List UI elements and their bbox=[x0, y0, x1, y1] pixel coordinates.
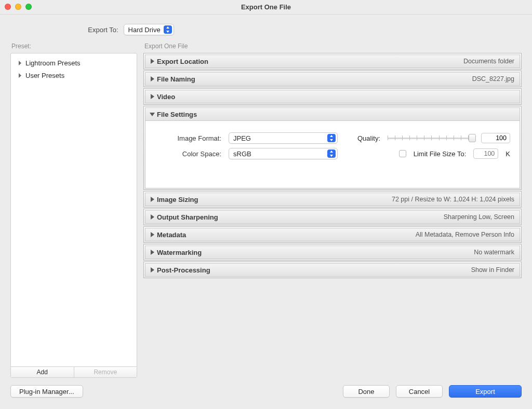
minimize-icon[interactable] bbox=[15, 4, 21, 10]
panel-summary: No watermark bbox=[474, 249, 514, 256]
export-button[interactable]: Export bbox=[449, 385, 522, 398]
panel-summary: Show in Finder bbox=[471, 266, 514, 274]
preset-label: Preset: bbox=[11, 43, 137, 50]
quality-label: Quality: bbox=[357, 134, 380, 142]
panel-image-sizing: Image Sizing 72 ppi / Resize to W: 1,024… bbox=[143, 191, 522, 208]
export-to-label: Export To: bbox=[88, 26, 118, 34]
triangle-right-icon bbox=[149, 267, 156, 272]
panel-title: Watermarking bbox=[157, 249, 202, 256]
panel-title: Output Sharpening bbox=[157, 213, 218, 221]
triangle-right-icon bbox=[149, 232, 156, 237]
panel-header[interactable]: Video bbox=[145, 90, 520, 103]
panel-header[interactable]: Metadata All Metadata, Remove Person Inf… bbox=[145, 228, 520, 241]
limit-size-label: Limit File Size To: bbox=[414, 150, 467, 158]
export-to-row: Export To: Hard Drive bbox=[0, 15, 532, 43]
panel-title: File Naming bbox=[157, 75, 195, 83]
panel-file-naming: File Naming DSC_8227.jpg bbox=[143, 71, 522, 87]
image-format-label: Image Format: bbox=[155, 134, 221, 142]
cancel-button[interactable]: Cancel bbox=[396, 385, 443, 398]
panel-title: File Settings bbox=[157, 111, 197, 118]
limit-size-input[interactable] bbox=[473, 148, 498, 159]
panel-header[interactable]: Post-Processing Show in Finder bbox=[145, 263, 520, 277]
dialog-body: Preset: Lightroom Presets User Presets bbox=[0, 43, 532, 378]
preset-item-user[interactable]: User Presets bbox=[11, 69, 137, 81]
preset-column: Preset: Lightroom Presets User Presets bbox=[10, 43, 137, 378]
dialog-footer: Plug-in Manager... Done Cancel Export bbox=[0, 378, 532, 409]
updown-icon bbox=[327, 134, 336, 142]
image-format-value: JPEG bbox=[233, 134, 327, 142]
preset-item-label: User Presets bbox=[25, 72, 64, 79]
export-to-select[interactable]: Hard Drive bbox=[124, 24, 174, 35]
panel-post-processing: Post-Processing Show in Finder bbox=[143, 262, 522, 278]
panel-header[interactable]: Watermarking No watermark bbox=[145, 246, 520, 259]
quality-input[interactable] bbox=[481, 133, 510, 143]
triangle-right-icon bbox=[149, 76, 156, 81]
preset-tree: Lightroom Presets User Presets bbox=[11, 53, 137, 366]
panel-gap bbox=[145, 173, 520, 188]
panel-export-location: Export Location Documents folder bbox=[143, 53, 522, 70]
panel-title: Image Sizing bbox=[157, 196, 198, 203]
triangle-right-icon bbox=[149, 214, 156, 220]
panel-header[interactable]: Output Sharpening Sharpening Low, Screen bbox=[145, 210, 520, 224]
preset-item-label: Lightroom Presets bbox=[25, 59, 81, 67]
panel-header[interactable]: Export Location Documents folder bbox=[145, 54, 520, 68]
panel-title: Export Location bbox=[157, 58, 208, 65]
panel-metadata: Metadata All Metadata, Remove Person Inf… bbox=[143, 226, 522, 243]
triangle-right-icon bbox=[149, 197, 156, 202]
preset-remove-button: Remove bbox=[74, 367, 137, 377]
close-icon[interactable] bbox=[5, 4, 11, 10]
color-space-row: Color Space: sRGB Limit File Size To: bbox=[155, 148, 510, 159]
triangle-right-icon bbox=[149, 59, 156, 64]
image-format-select[interactable]: JPEG bbox=[229, 132, 338, 144]
panel-header[interactable]: File Settings bbox=[145, 107, 520, 121]
titlebar: Export One File bbox=[0, 0, 532, 15]
triangle-right-icon bbox=[149, 94, 156, 99]
panel-title: Video bbox=[157, 93, 175, 101]
settings-heading: Export One File bbox=[144, 43, 522, 50]
color-space-select[interactable]: sRGB bbox=[229, 148, 338, 159]
panel-header[interactable]: File Naming DSC_8227.jpg bbox=[145, 72, 520, 86]
panel-video: Video bbox=[143, 88, 522, 105]
settings-column: Export One File Export Location Document… bbox=[143, 43, 522, 378]
limit-size-unit: K bbox=[506, 150, 510, 158]
panels-stack: Export Location Documents folder File Na… bbox=[143, 53, 522, 378]
color-space-value: sRGB bbox=[233, 150, 327, 158]
done-button[interactable]: Done bbox=[343, 385, 390, 398]
preset-list: Lightroom Presets User Presets Add Remov… bbox=[10, 53, 137, 378]
export-dialog: Export One File Export To: Hard Drive Pr… bbox=[0, 0, 532, 409]
panel-summary: 72 ppi / Resize to W: 1,024 H: 1,024 pix… bbox=[392, 196, 514, 203]
panel-summary: Documents folder bbox=[463, 58, 514, 65]
updown-icon bbox=[327, 149, 336, 158]
preset-item-lightroom[interactable]: Lightroom Presets bbox=[11, 57, 137, 69]
panel-summary: All Metadata, Remove Person Info bbox=[416, 231, 514, 238]
preset-add-button[interactable]: Add bbox=[11, 367, 74, 377]
footer-actions: Done Cancel Export bbox=[343, 385, 522, 398]
panel-output-sharpening: Output Sharpening Sharpening Low, Screen bbox=[143, 209, 522, 225]
panel-watermarking: Watermarking No watermark bbox=[143, 244, 522, 261]
triangle-down-icon bbox=[149, 112, 156, 117]
quality-slider-wrap bbox=[388, 133, 510, 143]
panel-title: Post-Processing bbox=[157, 266, 210, 274]
slider-thumb[interactable] bbox=[469, 134, 476, 142]
zoom-icon[interactable] bbox=[25, 4, 32, 10]
updown-icon bbox=[164, 25, 172, 34]
limit-size-checkbox[interactable] bbox=[399, 150, 406, 157]
window-controls bbox=[5, 4, 32, 10]
file-settings-body: Image Format: JPEG Quality: bbox=[145, 121, 520, 173]
export-to-value: Hard Drive bbox=[128, 26, 164, 34]
image-format-row: Image Format: JPEG Quality: bbox=[155, 132, 510, 144]
chevron-right-icon bbox=[17, 73, 22, 78]
plugin-manager-button[interactable]: Plug-in Manager... bbox=[10, 385, 83, 398]
triangle-right-icon bbox=[149, 250, 156, 255]
panel-summary: Sharpening Low, Screen bbox=[444, 213, 514, 221]
window-title: Export One File bbox=[241, 3, 291, 11]
panel-summary: DSC_8227.jpg bbox=[472, 75, 514, 83]
panel-file-settings: File Settings Image Format: JPEG bbox=[143, 106, 522, 190]
panel-title: Metadata bbox=[157, 231, 186, 239]
panel-header[interactable]: Image Sizing 72 ppi / Resize to W: 1,024… bbox=[145, 193, 520, 206]
preset-buttons: Add Remove bbox=[11, 366, 137, 377]
color-space-label: Color Space: bbox=[155, 150, 221, 158]
quality-slider[interactable] bbox=[388, 133, 476, 143]
chevron-right-icon bbox=[17, 61, 22, 65]
